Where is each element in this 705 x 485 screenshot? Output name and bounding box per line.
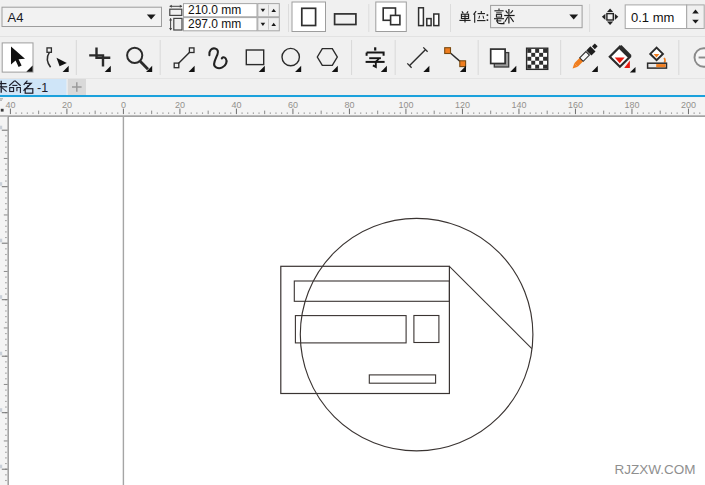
svg-text:RJZXW.COM: RJZXW.COM	[615, 462, 696, 477]
svg-text:80: 80	[344, 100, 354, 110]
svg-text:200: 200	[681, 100, 696, 110]
svg-text:0.1 mm: 0.1 mm	[631, 10, 674, 25]
svg-text:0: 0	[121, 100, 126, 110]
svg-text:20: 20	[175, 100, 185, 110]
svg-text:140: 140	[511, 100, 526, 110]
svg-text:210.0 mm: 210.0 mm	[188, 3, 241, 17]
svg-text:A4: A4	[8, 10, 24, 25]
svg-text:180: 180	[624, 100, 639, 110]
svg-text:297.0 mm: 297.0 mm	[188, 17, 241, 31]
svg-text:-1: -1	[37, 81, 48, 95]
svg-text:40: 40	[231, 100, 241, 110]
svg-text:120: 120	[455, 100, 470, 110]
svg-text:20: 20	[62, 100, 72, 110]
svg-text:60: 60	[288, 100, 298, 110]
svg-text:100: 100	[398, 100, 413, 110]
svg-text:160: 160	[568, 100, 583, 110]
svg-text:40: 40	[5, 100, 15, 110]
